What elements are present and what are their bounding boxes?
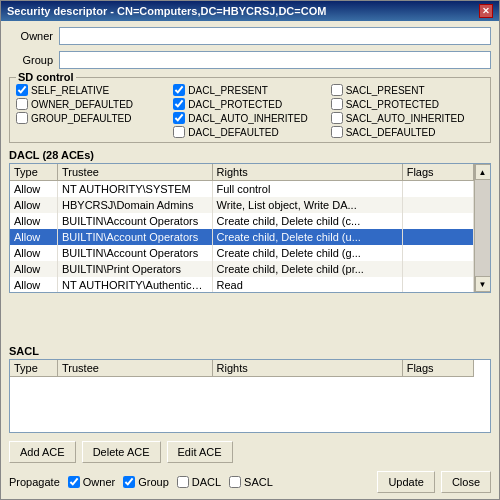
dacl-cell-type: Allow	[10, 181, 58, 197]
cb-dacl-present-input[interactable]	[173, 84, 185, 96]
dacl-scroll-down[interactable]: ▼	[475, 276, 491, 292]
dacl-col-trustee: Trustee	[58, 164, 213, 181]
cb-self-relative: SELF_RELATIVE	[16, 84, 169, 96]
cb-sacl-protected-label: SACL_PROTECTED	[346, 99, 439, 110]
sacl-title: SACL	[9, 345, 491, 357]
sacl-table: Type Trustee Rights Flags	[10, 360, 474, 377]
cb-sacl-defaulted-input[interactable]	[331, 126, 343, 138]
dacl-table: Type Trustee Rights Flags Allow NT AUTHO…	[10, 164, 474, 293]
footer-owner-input[interactable]	[68, 476, 80, 488]
dacl-cell-trustee: BUILTIN\Print Operators	[58, 261, 213, 277]
footer-owner-check: Owner	[68, 476, 115, 488]
dacl-table-row[interactable]: Allow NT AUTHORITY\SYSTEM Full control	[10, 181, 474, 197]
action-button-row: Add ACE Delete ACE Edit ACE	[9, 441, 491, 463]
close-button[interactable]: ✕	[479, 4, 493, 18]
dacl-table-row[interactable]: Allow HBYCRSJ\Domain Admins Write, List …	[10, 197, 474, 213]
sacl-col-trustee: Trustee	[58, 360, 213, 377]
dacl-table-row[interactable]: Allow BUILTIN\Account Operators Create c…	[10, 245, 474, 261]
dacl-cell-rights: Full control	[212, 181, 402, 197]
footer-group-input[interactable]	[123, 476, 135, 488]
cb-group-defaulted-input[interactable]	[16, 112, 28, 124]
cb-self-relative-input[interactable]	[16, 84, 28, 96]
group-input[interactable]	[59, 51, 491, 69]
sd-col2: DACL_PRESENT DACL_PROTECTED DACL_AUTO_IN…	[173, 84, 326, 138]
dacl-table-wrapper: Type Trustee Rights Flags Allow NT AUTHO…	[10, 164, 490, 293]
dacl-cell-trustee: BUILTIN\Account Operators	[58, 245, 213, 261]
dacl-cell-type: Allow	[10, 277, 58, 293]
dacl-section: DACL (28 ACEs) Type Trustee Rights Flags	[9, 147, 491, 339]
footer-dacl-label: DACL	[192, 476, 221, 488]
cb-sacl-present-input[interactable]	[331, 84, 343, 96]
owner-input[interactable]	[59, 27, 491, 45]
dacl-col-type: Type	[10, 164, 58, 181]
group-label: Group	[9, 54, 53, 66]
cb-sacl-defaulted: SACL_DEFAULTED	[331, 126, 484, 138]
dacl-scroll-up[interactable]: ▲	[475, 164, 491, 180]
group-row: Group	[9, 51, 491, 69]
cb-group-defaulted: GROUP_DEFAULTED	[16, 112, 169, 124]
dacl-cell-type: Allow	[10, 245, 58, 261]
cb-owner-defaulted: OWNER_DEFAULTED	[16, 98, 169, 110]
cb-sacl-auto-inherited-input[interactable]	[331, 112, 343, 124]
close-button-footer[interactable]: Close	[441, 471, 491, 493]
cb-owner-defaulted-label: OWNER_DEFAULTED	[31, 99, 133, 110]
dacl-cell-rights: Create child, Delete child (g...	[212, 245, 402, 261]
title-bar: Security descriptor - CN=Computers,DC=HB…	[1, 1, 499, 21]
footer-sacl-input[interactable]	[229, 476, 241, 488]
dacl-cell-type: Allow	[10, 213, 58, 229]
cb-dacl-defaulted-input[interactable]	[173, 126, 185, 138]
sd-control-box: SD control SELF_RELATIVE OWNER_DEFAULTED…	[9, 77, 491, 143]
content-area: Owner Group SD control SELF_RELATIVE OWN	[1, 21, 499, 499]
sacl-section: SACL Type Trustee Rights Flags	[9, 343, 491, 433]
dacl-header-row: Type Trustee Rights Flags	[10, 164, 474, 181]
dacl-table-row[interactable]: Allow NT AUTHORITY\Authenticat... Read	[10, 277, 474, 293]
dacl-table-row[interactable]: Allow BUILTIN\Account Operators Create c…	[10, 213, 474, 229]
propagate-label: Propagate	[9, 476, 60, 488]
cb-dacl-defaulted: DACL_DEFAULTED	[173, 126, 326, 138]
cb-dacl-defaulted-label: DACL_DEFAULTED	[188, 127, 278, 138]
sacl-col-type: Type	[10, 360, 58, 377]
cb-dacl-auto-inherited: DACL_AUTO_INHERITED	[173, 112, 326, 124]
update-button[interactable]: Update	[377, 471, 434, 493]
delete-ace-button[interactable]: Delete ACE	[82, 441, 161, 463]
edit-ace-button[interactable]: Edit ACE	[167, 441, 233, 463]
footer-dacl-check: DACL	[177, 476, 221, 488]
dacl-cell-flags	[402, 181, 473, 197]
sacl-table-container: Type Trustee Rights Flags	[9, 359, 491, 433]
sd-col1: SELF_RELATIVE OWNER_DEFAULTED GROUP_DEFA…	[16, 84, 169, 138]
dacl-cell-rights: Write, List object, Write DA...	[212, 197, 402, 213]
owner-row: Owner	[9, 27, 491, 45]
dacl-cell-trustee: BUILTIN\Account Operators	[58, 229, 213, 245]
dacl-cell-rights: Create child, Delete child (pr...	[212, 261, 402, 277]
dacl-scroll-track[interactable]	[475, 180, 490, 276]
cb-dacl-auto-inherited-label: DACL_AUTO_INHERITED	[188, 113, 307, 124]
window-title: Security descriptor - CN=Computers,DC=HB…	[7, 5, 479, 17]
dacl-cell-type: Allow	[10, 229, 58, 245]
footer-checkboxes: Propagate Owner Group DACL SACL	[9, 476, 273, 488]
cb-sacl-protected-input[interactable]	[331, 98, 343, 110]
dacl-cell-flags	[402, 213, 473, 229]
dacl-title: DACL (28 ACEs)	[9, 149, 491, 161]
cb-owner-defaulted-input[interactable]	[16, 98, 28, 110]
footer-buttons: Update Close	[377, 471, 491, 493]
dacl-table-row[interactable]: Allow BUILTIN\Print Operators Create chi…	[10, 261, 474, 277]
footer-row: Propagate Owner Group DACL SACL	[9, 471, 491, 493]
dacl-table-row[interactable]: Allow BUILTIN\Account Operators Create c…	[10, 229, 474, 245]
add-ace-button[interactable]: Add ACE	[9, 441, 76, 463]
dacl-cell-rights: Read	[212, 277, 402, 293]
dacl-cell-flags	[402, 277, 473, 293]
dacl-cell-type: Allow	[10, 261, 58, 277]
dacl-cell-type: Allow	[10, 197, 58, 213]
footer-dacl-input[interactable]	[177, 476, 189, 488]
dacl-cell-trustee: BUILTIN\Account Operators	[58, 213, 213, 229]
cb-dacl-protected-label: DACL_PROTECTED	[188, 99, 282, 110]
cb-dacl-present: DACL_PRESENT	[173, 84, 326, 96]
cb-sacl-protected: SACL_PROTECTED	[331, 98, 484, 110]
dacl-col-flags: Flags	[402, 164, 473, 181]
owner-label: Owner	[9, 30, 53, 42]
footer-group-check: Group	[123, 476, 169, 488]
cb-dacl-auto-inherited-input[interactable]	[173, 112, 185, 124]
dacl-scrollbar[interactable]: ▲ ▼	[474, 164, 490, 292]
footer-group-label: Group	[138, 476, 169, 488]
cb-dacl-protected-input[interactable]	[173, 98, 185, 110]
